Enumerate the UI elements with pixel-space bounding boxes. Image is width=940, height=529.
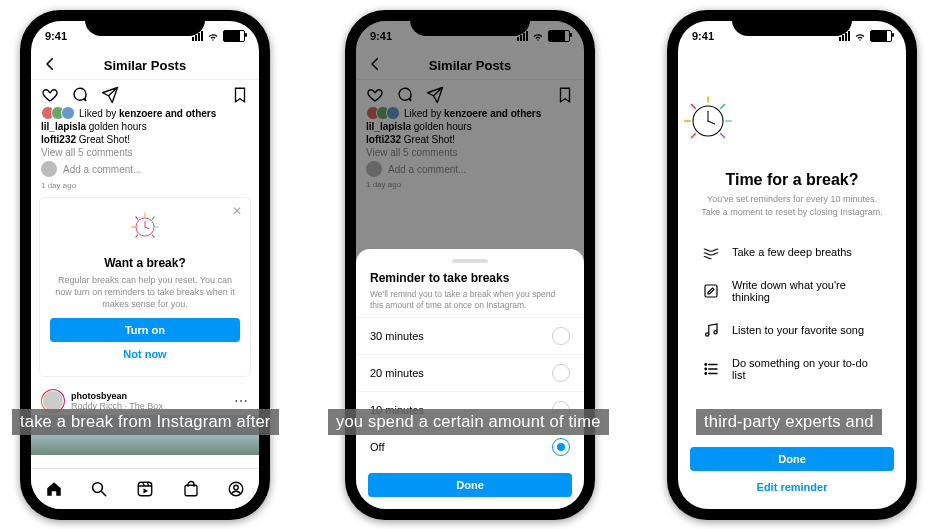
svg-line-28 (692, 105, 696, 109)
clock-icon (128, 210, 162, 244)
status-time: 9:41 (45, 30, 67, 42)
svg-line-25 (721, 134, 725, 138)
screen: 9:41 Similar Posts Liked by kenzoere and… (356, 21, 584, 509)
svg-point-37 (705, 373, 707, 375)
battery-icon (223, 30, 245, 42)
svg-point-18 (234, 485, 239, 490)
reminder-option-1[interactable]: 20 minutes (356, 354, 584, 391)
tip-item-2: Listen to your favorite song (702, 312, 882, 348)
music-icon (702, 321, 720, 339)
break-subtitle: You've set reminders for every 10 minute… (698, 193, 886, 218)
radio-icon (552, 364, 570, 382)
tab-bar (31, 468, 259, 509)
svg-line-23 (721, 105, 725, 109)
battery-icon (870, 30, 892, 42)
shop-icon[interactable] (182, 480, 200, 498)
back-icon[interactable] (41, 55, 59, 73)
more-icon[interactable]: ⋯ (234, 393, 249, 409)
svg-line-21 (708, 121, 715, 124)
post-age: 1 day ago (31, 179, 259, 191)
done-button[interactable]: Done (368, 473, 572, 497)
add-comment-row[interactable]: Add a comment... (31, 159, 259, 179)
breathe-icon (702, 243, 720, 261)
caption-line-2: lofti232 Great Shot! (31, 133, 259, 146)
reels-icon[interactable] (136, 480, 154, 498)
svg-rect-29 (705, 285, 717, 297)
tip-item-0: Take a few deep breaths (702, 234, 882, 270)
clock-icon (678, 91, 738, 151)
screen: 9:41 (678, 21, 906, 509)
stage: 9:41 Similar Posts (0, 0, 940, 529)
device-notch (410, 10, 530, 36)
svg-line-6 (152, 235, 154, 237)
reminder-option-0[interactable]: 30 minutes (356, 317, 584, 354)
break-title: Time for a break? (678, 171, 906, 189)
done-button[interactable]: Done (690, 447, 894, 471)
search-icon[interactable] (90, 480, 108, 498)
video-caption-2: you spend a certain amount of time (328, 409, 609, 435)
card-body: Regular breaks can help you reset. You c… (50, 274, 240, 310)
phone-want-a-break: 9:41 Similar Posts (20, 10, 270, 520)
svg-rect-12 (138, 482, 152, 496)
svg-point-31 (714, 331, 717, 334)
svg-rect-16 (185, 485, 197, 496)
post-action-row (31, 80, 259, 106)
status-time: 9:41 (692, 30, 714, 42)
svg-line-4 (152, 217, 154, 219)
bookmark-icon[interactable] (231, 86, 249, 104)
video-caption-1: take a break from Instagram after (12, 409, 279, 435)
list-icon (702, 360, 720, 378)
tip-item-1: Write down what you're thinking (702, 270, 882, 312)
device-notch (732, 10, 852, 36)
svg-line-7 (136, 235, 138, 237)
card-title: Want a break? (50, 256, 240, 270)
svg-line-26 (692, 134, 696, 138)
svg-line-11 (102, 491, 107, 496)
wifi-icon (854, 30, 866, 42)
edit-reminder-button[interactable]: Edit reminder (678, 475, 906, 499)
caption-line-1: lil_lapisla golden hours (31, 120, 259, 133)
likes-row[interactable]: Liked by kenzoere and others (31, 106, 259, 120)
view-all-comments[interactable]: View all 5 comments (31, 146, 259, 159)
write-icon (702, 282, 720, 300)
svg-line-2 (145, 227, 149, 229)
tip-item-3: Do something on your to-do list (702, 348, 882, 390)
want-a-break-card: ✕ Want a break? Regu (39, 197, 251, 377)
title-bar: Similar Posts (31, 51, 259, 80)
svg-point-36 (705, 368, 707, 370)
next-post-user: photosbyean (71, 391, 163, 402)
video-caption-3: third-party experts and (696, 409, 882, 435)
break-bottom-actions: Done Edit reminder (678, 447, 906, 499)
sheet-grabber[interactable] (452, 259, 488, 263)
heart-icon[interactable] (41, 86, 59, 104)
device-notch (85, 10, 205, 36)
svg-line-9 (136, 217, 138, 219)
not-now-button[interactable]: Not now (50, 342, 240, 366)
home-icon[interactable] (45, 480, 63, 498)
profile-icon[interactable] (227, 480, 245, 498)
sheet-description: We'll remind you to take a break when yo… (370, 289, 570, 311)
screen: 9:41 Similar Posts (31, 21, 259, 509)
liker-avatars (41, 106, 75, 120)
radio-selected-icon (552, 438, 570, 456)
avatar (41, 161, 57, 177)
svg-point-30 (706, 333, 709, 336)
phone-reminder-sheet: 9:41 Similar Posts Liked by kenzoere and… (345, 10, 595, 520)
comment-icon[interactable] (71, 86, 89, 104)
svg-point-35 (705, 364, 707, 366)
reminder-bottom-sheet: Reminder to take breaks We'll remind you… (356, 249, 584, 509)
turn-on-button[interactable]: Turn on (50, 318, 240, 342)
phone-time-for-a-break: 9:41 (667, 10, 917, 520)
page-title: Similar Posts (104, 58, 186, 73)
radio-icon (552, 327, 570, 345)
tips-list: Take a few deep breaths Write down what … (678, 234, 906, 390)
close-icon[interactable]: ✕ (232, 204, 242, 218)
wifi-icon (207, 30, 219, 42)
sheet-title: Reminder to take breaks (370, 271, 570, 285)
share-icon[interactable] (101, 86, 119, 104)
